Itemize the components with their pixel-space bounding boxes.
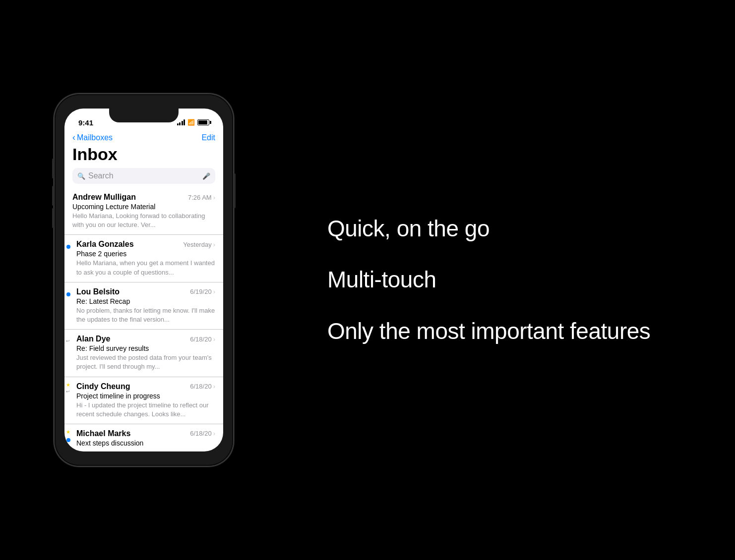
mail-item[interactable]: Lou Belsito 6/19/20 › Re: Latest Recap N… <box>64 282 223 330</box>
mail-list: Andrew Mulligan 7:26 AM › Upcoming Lectu… <box>64 188 223 451</box>
forwarded-icon: ↩ <box>66 338 70 343</box>
mail-item[interactable]: ★ Michael Marks 6/18/20 › Next steps dis… <box>64 424 223 451</box>
back-label: Mailboxes <box>77 133 113 142</box>
email-preview: Hello Mariana, Looking forwad to collabo… <box>72 212 215 229</box>
unread-indicator <box>66 438 70 442</box>
sender-name: Andrew Mulligan <box>72 193 136 202</box>
status-time: 9:41 <box>78 118 93 127</box>
phone-notch <box>109 109 179 122</box>
phone-section: 9:41 📶 <box>0 0 288 560</box>
search-bar[interactable]: 🔍 Search 🎤 <box>72 168 215 184</box>
phone-device: 9:41 📶 <box>55 94 233 466</box>
email-subject: Re: Latest Recap <box>72 297 215 305</box>
email-subject: Phase 2 queries <box>72 250 215 258</box>
microphone-icon: 🎤 <box>202 172 210 180</box>
back-button[interactable]: ‹ Mailboxes <box>72 132 113 143</box>
text-section: Quick, on the go Multi-touch Only the mo… <box>288 195 735 365</box>
sender-name: Michael Marks <box>76 429 130 438</box>
detail-chevron-icon: › <box>213 288 215 295</box>
unread-indicator <box>66 245 70 249</box>
email-subject: Upcoming Lecture Material <box>72 203 215 211</box>
search-input[interactable]: Search <box>88 171 199 180</box>
star-icon: ★ <box>66 382 70 388</box>
feature-text-2: Multi-touch <box>327 266 705 293</box>
sender-name: Karla Gonzales <box>76 240 134 249</box>
battery-icon <box>197 119 209 125</box>
page-container: 9:41 📶 <box>0 0 735 560</box>
forwarded-icon: ↩ <box>66 389 70 394</box>
detail-chevron-icon: › <box>213 430 215 437</box>
mail-item[interactable]: ↩ Alan Dye 6/18/20 › Re: Field survey re… <box>64 330 223 377</box>
email-subject: Project timeline in progress <box>72 392 215 400</box>
email-preview: No problem, thanks for letting me know. … <box>72 306 215 324</box>
detail-chevron-icon: › <box>213 194 215 201</box>
detail-chevron-icon: › <box>213 241 215 248</box>
email-time: 7:26 AM › <box>188 194 215 201</box>
star-icon: ★ <box>66 429 70 435</box>
navigation-bar: ‹ Mailboxes Edit <box>64 130 223 143</box>
unread-indicator <box>66 292 70 296</box>
email-time: Yesterday › <box>183 241 215 248</box>
email-preview: Hello Mariana, when you get a moment I w… <box>72 259 215 277</box>
back-chevron-icon: ‹ <box>72 132 75 143</box>
phone-screen: 9:41 📶 <box>64 109 223 451</box>
email-time: 6/19/20 › <box>190 288 215 295</box>
sender-name: Alan Dye <box>76 335 110 343</box>
email-subject: Re: Field survey results <box>72 344 215 352</box>
feature-text-3: Only the most important features <box>327 318 705 345</box>
email-preview: Just reviewed the posted data from your … <box>72 353 215 371</box>
wifi-icon: 📶 <box>187 119 195 126</box>
email-time: 6/18/20 › <box>190 430 215 437</box>
detail-chevron-icon: › <box>213 383 215 390</box>
sender-name: Cindy Cheung <box>76 382 130 391</box>
detail-chevron-icon: › <box>213 336 215 343</box>
mail-item[interactable]: ★ ↩ Cindy Cheung 6/18/20 › Project timel… <box>64 377 223 424</box>
mail-item[interactable]: Andrew Mulligan 7:26 AM › Upcoming Lectu… <box>64 188 223 235</box>
email-time: 6/18/20 › <box>190 336 215 343</box>
email-subject: Next steps discussion <box>72 439 215 447</box>
feature-text-1: Quick, on the go <box>327 215 705 242</box>
edit-button[interactable]: Edit <box>201 133 215 142</box>
page-title: Inbox <box>64 143 223 168</box>
mail-item[interactable]: Karla Gonzales Yesterday › Phase 2 queri… <box>64 235 223 282</box>
email-time: 6/18/20 › <box>190 383 215 390</box>
signal-icon <box>177 119 185 125</box>
search-icon: 🔍 <box>77 172 85 180</box>
email-preview: Hi - I updated the project timeline to r… <box>72 401 215 419</box>
status-icons: 📶 <box>177 119 210 126</box>
sender-name: Lou Belsito <box>76 287 120 296</box>
